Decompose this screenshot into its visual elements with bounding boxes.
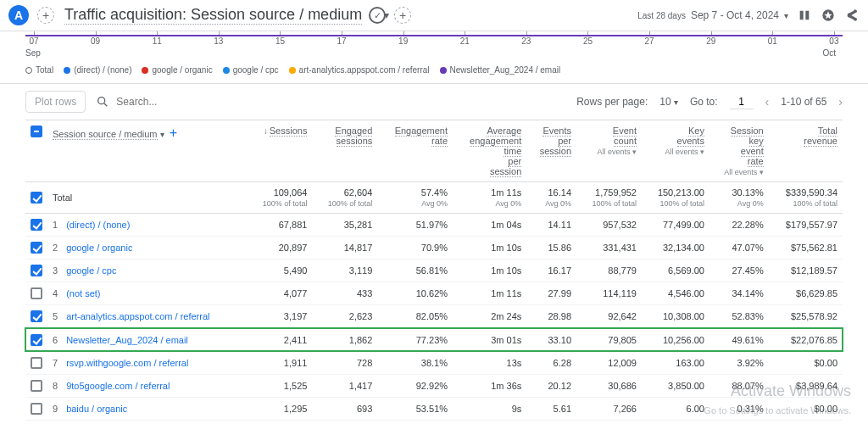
cell: $339,590.34100% of total — [769, 182, 843, 214]
dimension-link[interactable]: (not set) — [66, 288, 100, 298]
report-title[interactable]: Traffic acquisition: Session source / me… — [64, 6, 362, 25]
approved-icon[interactable]: ✓ — [369, 7, 386, 24]
plot-rows-button[interactable]: Plot rows — [25, 91, 86, 113]
row-checkbox[interactable] — [31, 334, 42, 346]
cell: 33.10 — [526, 328, 576, 351]
cell: 52.83% — [709, 305, 769, 328]
cell: 62,604100% of total — [312, 182, 377, 214]
cell: 5,490 — [247, 259, 312, 282]
cell: 34.14% — [709, 282, 769, 305]
dimension-link[interactable]: Newsletter_Aug_2024 / email — [66, 335, 188, 345]
cell: 1,759,952100% of total — [576, 182, 642, 214]
dimension-link[interactable]: 9to5google.com / referral — [66, 381, 170, 391]
legend-swatch-icon — [440, 67, 447, 74]
dimension-link[interactable]: (direct) / (none) — [66, 220, 130, 230]
legend-label: art-analytics.appspot.com / referral — [299, 65, 430, 75]
cell: 57.4%Avg 0% — [377, 182, 453, 214]
legend-label: Total — [36, 65, 53, 75]
select-all-checkbox[interactable] — [31, 126, 42, 137]
cell: 49.61% — [709, 328, 769, 351]
column-header[interactable]: SessionkeyeventrateAll events ▾ — [709, 120, 769, 182]
row-checkbox[interactable] — [31, 380, 42, 392]
cell: 2,411 — [247, 328, 312, 351]
cell: 77,499.00 — [642, 214, 709, 237]
cell: 10,256.00 — [642, 328, 709, 351]
cell: 32,134.00 — [642, 237, 709, 259]
rows-per-page-select[interactable]: 10 ▾ — [659, 96, 678, 108]
dimension-link[interactable]: google / organic — [66, 243, 132, 253]
column-header[interactable]: KeyeventsAll events ▾ — [642, 120, 709, 182]
column-header[interactable]: Totalrevenue — [769, 120, 843, 182]
cell: 27.45% — [709, 259, 769, 282]
axis-tick: 07 — [25, 36, 42, 46]
page-prev-button[interactable]: ‹ — [765, 95, 770, 109]
cell: 12,009 — [576, 351, 642, 374]
cell: 0.31% — [709, 397, 769, 420]
table-row: 2google / organic20,89714,81770.9%1m 10s… — [25, 237, 843, 259]
column-header[interactable]: EventcountAll events ▾ — [576, 120, 642, 182]
legend-item[interactable]: Newsletter_Aug_2024 / email — [440, 65, 561, 75]
column-header[interactable]: Averageengagementtimepersession — [453, 120, 526, 182]
cell: 2,623 — [312, 305, 377, 328]
table-row: 7rsvp.withgoogle.com / referral1,9117283… — [25, 351, 843, 374]
share-icon[interactable] — [844, 8, 860, 23]
cell: 43.52% — [377, 420, 453, 424]
search-wrapper — [96, 95, 566, 109]
cell: 38.1% — [377, 351, 453, 374]
table-row: 5art-analytics.appspot.com / referral3,1… — [25, 305, 843, 328]
svg-point-0 — [98, 98, 105, 104]
cell: 3.92% — [709, 351, 769, 374]
row-checkbox[interactable] — [31, 310, 42, 322]
legend-item[interactable]: google / organic — [142, 65, 212, 75]
row-checkbox[interactable] — [31, 242, 42, 254]
column-header[interactable]: Engagementrate — [377, 120, 453, 182]
page-next-button[interactable]: › — [838, 95, 843, 109]
row-checkbox[interactable] — [31, 403, 42, 415]
legend-item[interactable]: google / cpc — [223, 65, 279, 75]
row-checkbox[interactable] — [31, 192, 42, 204]
search-input[interactable] — [114, 95, 566, 109]
column-header[interactable]: ↓Sessions — [247, 120, 312, 182]
title-dropdown-icon[interactable]: ▾ — [384, 9, 389, 21]
legend-item[interactable]: art-analytics.appspot.com / referral — [289, 65, 430, 75]
add-comparison-button[interactable]: + — [394, 7, 411, 24]
cell: 88.07% — [709, 374, 769, 397]
cell: 1,911 — [247, 351, 312, 374]
cell: $75,562.81 — [769, 237, 843, 259]
dimension-link[interactable]: baidu / organic — [66, 404, 127, 414]
dimension-link[interactable]: art-analytics.appspot.com / referral — [66, 311, 209, 321]
insights-icon[interactable] — [821, 8, 836, 23]
legend-label: Newsletter_Aug_2024 / email — [450, 65, 561, 75]
row-checkbox[interactable] — [31, 287, 42, 299]
compare-icon[interactable] — [797, 8, 812, 23]
report-title-group: Traffic acquisition: Session source / me… — [58, 6, 415, 25]
add-segment-button[interactable]: + — [37, 7, 54, 24]
dimension-header[interactable]: Session source / medium ▾ + — [47, 120, 247, 182]
cell: 82.05% — [377, 305, 453, 328]
axis-tick: 09 — [87, 36, 104, 46]
legend-label: google / organic — [152, 65, 212, 75]
axis-month-left: Sep — [25, 48, 41, 58]
legend-label: (direct) / (none) — [74, 65, 131, 75]
axis-tick: 19 — [395, 36, 412, 46]
date-range-value: Sep 7 - Oct 4, 2024 — [691, 9, 779, 21]
dimension-link[interactable]: google / cpc — [66, 265, 116, 276]
cell: 35,281 — [312, 214, 377, 237]
cell: 957,532 — [576, 214, 642, 237]
row-checkbox[interactable] — [31, 265, 42, 276]
legend-item[interactable]: (direct) / (none) — [64, 65, 131, 75]
column-header[interactable]: Eventspersession — [526, 120, 576, 182]
row-checkbox[interactable] — [31, 357, 42, 369]
cell: 10,308.00 — [642, 305, 709, 328]
row-checkbox[interactable] — [31, 219, 42, 231]
rows-per-page-label: Rows per page: — [576, 96, 648, 108]
dimension-link[interactable]: rsvp.withgoogle.com / referral — [66, 358, 188, 368]
cell: 433 — [312, 282, 377, 305]
cell: 3,197 — [247, 305, 312, 328]
legend-item[interactable]: Total — [25, 65, 53, 75]
date-range-picker[interactable]: Last 28 days Sep 7 - Oct 4, 2024 ▾ — [637, 9, 788, 21]
cell: 1m 10s — [453, 259, 526, 282]
column-header[interactable]: Engagedsessions — [312, 120, 377, 182]
goto-input[interactable] — [730, 95, 754, 109]
app-logo[interactable]: A — [8, 5, 29, 25]
